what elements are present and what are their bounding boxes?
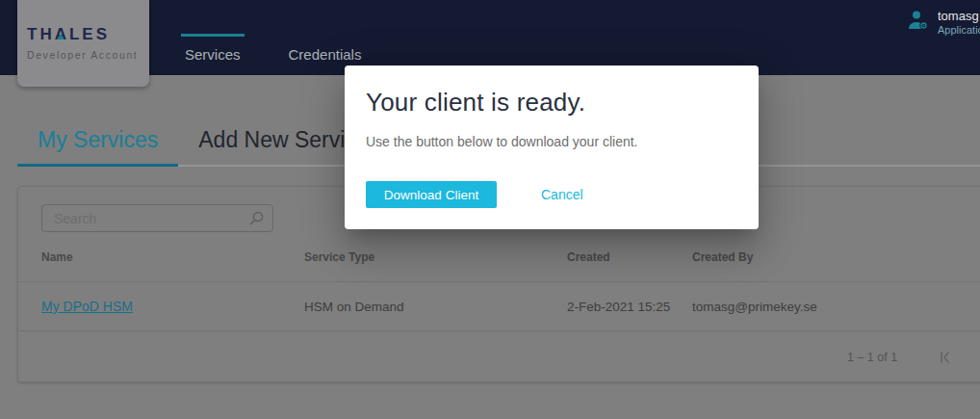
- dialog-actions: Download Client Cancel: [366, 181, 735, 208]
- column-header-name[interactable]: Name: [41, 250, 304, 264]
- brand-subtitle: Developer Account: [27, 49, 149, 61]
- user-info: tomasg Application: [938, 9, 980, 37]
- brand-logo-card[interactable]: THALES Developer Account: [17, 0, 149, 87]
- pagination: 1 – 1 of 1: [18, 331, 980, 383]
- pagination-range-label: 1 – 1 of 1: [847, 331, 897, 383]
- screen: THALES Developer Account Services Creden…: [0, 0, 980, 419]
- search-icon[interactable]: [246, 209, 266, 232]
- thales-triangle-icon: [57, 34, 64, 39]
- download-client-dialog: Your client is ready. Use the button bel…: [345, 65, 759, 229]
- tab-label: My Services: [38, 127, 158, 153]
- tab-label: Add New Service: [198, 127, 368, 153]
- user-account-icon: [907, 9, 930, 36]
- navbar-menu: Services Credentials: [181, 0, 365, 75]
- user-name: tomasg: [938, 9, 980, 23]
- created-by-cell: tomasg@primekey.se: [692, 300, 980, 314]
- nav-item-credentials[interactable]: Credentials: [285, 0, 366, 75]
- nav-item-label: Services: [185, 46, 241, 63]
- nav-item-label: Credentials: [289, 46, 362, 63]
- download-client-button[interactable]: Download Client: [366, 181, 497, 208]
- service-name-link[interactable]: My DPoD HSM: [41, 299, 304, 314]
- previous-page-icon[interactable]: [975, 348, 980, 371]
- search-input[interactable]: [41, 204, 273, 232]
- brand-name: THALES: [27, 25, 149, 44]
- active-nav-indicator: [181, 34, 245, 37]
- tab-my-services[interactable]: My Services: [17, 116, 178, 165]
- top-navbar: THALES Developer Account Services Creden…: [0, 0, 980, 75]
- dialog-title: Your client is ready.: [366, 88, 735, 118]
- table-row: My DPoD HSM HSM on Demand 2-Feb-2021 15:…: [18, 282, 980, 331]
- cancel-link[interactable]: Cancel: [541, 187, 583, 202]
- dialog-message: Use the button below to download your cl…: [366, 134, 735, 149]
- first-page-icon[interactable]: [936, 348, 955, 371]
- service-type-cell: HSM on Demand: [304, 300, 567, 314]
- table-header: Name Service Type Created Created By: [18, 232, 980, 282]
- user-menu[interactable]: tomasg Application: [907, 9, 980, 37]
- search-box: [41, 204, 273, 232]
- column-header-created-by[interactable]: Created By: [692, 250, 980, 264]
- column-header-created[interactable]: Created: [567, 250, 692, 264]
- created-cell: 2-Feb-2021 15:25: [567, 300, 692, 314]
- nav-item-services[interactable]: Services: [181, 0, 245, 75]
- column-header-service-type[interactable]: Service Type: [304, 250, 567, 264]
- user-role: Application: [938, 24, 980, 37]
